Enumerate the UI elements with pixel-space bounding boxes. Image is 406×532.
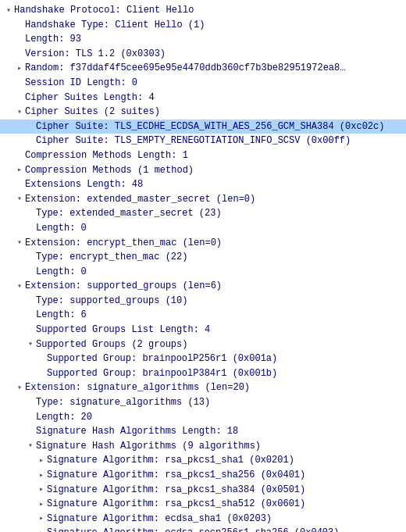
row-label: Supported Group: brainpoolP384r1 (0x001b… [47,366,277,381]
tree-row: Supported Groups List Length: 4 [0,323,406,337]
expand-icon[interactable] [14,164,25,177]
expand-icon[interactable] [36,470,47,482]
collapse-icon[interactable] [3,5,14,17]
collapse-icon[interactable] [14,237,25,249]
row-label: Compression Methods Length: 1 [25,148,188,163]
tree-row: Extensions Length: 48 [0,177,406,192]
tree-row[interactable]: Compression Methods (1 method) [0,163,406,178]
row-label: Signature Hash Algorithms Length: 18 [36,424,238,439]
tree-row[interactable]: Cipher Suites (2 suites) [0,105,406,120]
expand-icon[interactable] [14,62,25,75]
row-label: Supported Group: brainpoolP256r1 (0x001a… [47,352,277,366]
row-label: Signature Algorithm: rsa_pkcs1_sha256 (0… [47,468,305,483]
tree-row[interactable]: Signature Hash Algorithms (9 algorithms) [0,439,406,454]
tree-row: Length: 20 [0,410,406,425]
expand-icon[interactable] [36,498,47,511]
collapse-icon[interactable] [14,280,25,293]
tree-row: Supported Group: brainpoolP384r1 (0x001b… [0,366,406,381]
collapse-icon[interactable] [14,382,25,395]
collapse-icon[interactable] [14,193,25,205]
row-label: Length: 0 [36,265,87,280]
tree-row[interactable]: Signature Algorithm: rsa_pkcs1_sha512 (0… [0,497,406,512]
tree-row: Supported Group: brainpoolP256r1 (0x001a… [0,352,406,366]
tree-row[interactable]: Handshake Protocol: Client Hello [0,3,406,18]
row-label: Length: 20 [36,410,92,425]
expand-icon[interactable] [36,512,47,525]
row-label: Extensions Length: 48 [25,177,143,192]
row-label: Type: signature_algorithms (13) [36,395,210,410]
tree-row: Handshake Type: Client Hello (1) [0,18,406,33]
row-label: Type: encrypt_then_mac (22) [36,250,187,265]
tree-row: Type: signature_algorithms (13) [0,395,406,410]
tree-row: Length: 0 [0,221,406,236]
row-label: Handshake Type: Client Hello (1) [25,18,205,33]
tree-row: Compression Methods Length: 1 [0,148,406,163]
tree-row[interactable]: Supported Groups (2 groups) [0,337,406,352]
row-label: Length: 93 [25,32,81,47]
expand-icon[interactable] [36,484,47,496]
tree-row[interactable]: Signature Algorithm: ecdsa_secp256r1_sha… [0,526,406,532]
row-label: Length: 0 [36,221,87,236]
row-label: Cipher Suites (2 suites) [25,105,160,120]
row-label: Extension: encrypt_then_mac (len=0) [25,236,222,251]
collapse-icon[interactable] [25,440,36,452]
tree-row[interactable]: Extension: signature_algorithms (len=20) [0,380,406,395]
tree-row: Type: encrypt_then_mac (22) [0,250,406,265]
tree-row[interactable]: Extension: extended_master_secret (len=0… [0,192,406,207]
row-label: Compression Methods (1 method) [25,163,194,178]
row-label: Signature Algorithm: ecdsa_secp256r1_sha… [47,526,339,532]
row-label: Random: f37ddaf4f5cee695e95e4470ddb360cf… [25,61,345,76]
tree-row[interactable]: Random: f37ddaf4f5cee695e95e4470ddb360cf… [0,61,406,76]
tree-row: Version: TLS 1.2 (0x0303) [0,47,406,62]
collapse-icon[interactable] [25,338,36,351]
tree-row: Session ID Length: 0 [0,76,406,91]
tree-row: Cipher Suites Length: 4 [0,91,406,105]
expand-icon[interactable] [36,527,47,532]
row-label: Version: TLS 1.2 (0x0303) [25,47,166,62]
tree-row: Length: 6 [0,308,406,323]
tree-row[interactable]: Extension: encrypt_then_mac (len=0) [0,236,406,251]
row-label: Extension: extended_master_secret (len=0… [25,192,255,207]
row-label: Signature Algorithm: rsa_pkcs1_sha1 (0x0… [47,453,294,468]
row-label: Cipher Suite: TLS_EMPTY_RENEGOTIATION_IN… [36,134,351,148]
row-label: Session ID Length: 0 [25,76,137,91]
row-label: Supported Groups (2 groups) [36,337,187,352]
row-label: Cipher Suites Length: 4 [25,91,155,105]
tree-row: Signature Hash Algorithms Length: 18 [0,424,406,439]
row-label: Cipher Suite: TLS_ECDHE_ECDSA_WITH_AES_2… [36,120,384,134]
row-label: Signature Algorithm: ecdsa_sha1 (0x0203) [47,512,272,527]
row-label: Extension: supported_groups (len=6) [25,279,222,294]
tree-row: Length: 93 [0,32,406,47]
tree-row[interactable]: Extension: supported_groups (len=6) [0,279,406,294]
tree-row[interactable]: Signature Algorithm: rsa_pkcs1_sha384 (0… [0,483,406,498]
row-label: Length: 6 [36,308,87,323]
tree-row[interactable]: Signature Algorithm: rsa_pkcs1_sha256 (0… [0,468,406,483]
expand-icon[interactable] [36,455,47,467]
row-label: Type: supported_groups (10) [36,294,187,309]
packet-tree: Handshake Protocol: Client HelloHandshak… [0,0,406,532]
row-label: Type: extended_master_secret (23) [36,206,222,221]
row-label: Supported Groups List Length: 4 [36,323,210,337]
collapse-icon[interactable] [14,106,25,119]
tree-row: Cipher Suite: TLS_EMPTY_RENEGOTIATION_IN… [0,134,406,148]
row-label: Signature Hash Algorithms (9 algorithms) [36,439,261,454]
row-label: Handshake Protocol: Client Hello [14,3,194,18]
row-label: Signature Algorithm: rsa_pkcs1_sha384 (0… [47,483,305,498]
tree-row: Type: supported_groups (10) [0,294,406,309]
tree-row[interactable]: Signature Algorithm: rsa_pkcs1_sha1 (0x0… [0,453,406,468]
row-label: Signature Algorithm: rsa_pkcs1_sha512 (0… [47,497,305,512]
tree-row: Type: extended_master_secret (23) [0,206,406,221]
tree-row[interactable]: Signature Algorithm: ecdsa_sha1 (0x0203) [0,512,406,527]
row-label: Extension: signature_algorithms (len=20) [25,380,250,395]
tree-row: Cipher Suite: TLS_ECDHE_ECDSA_WITH_AES_2… [0,120,406,134]
tree-row: Length: 0 [0,265,406,280]
